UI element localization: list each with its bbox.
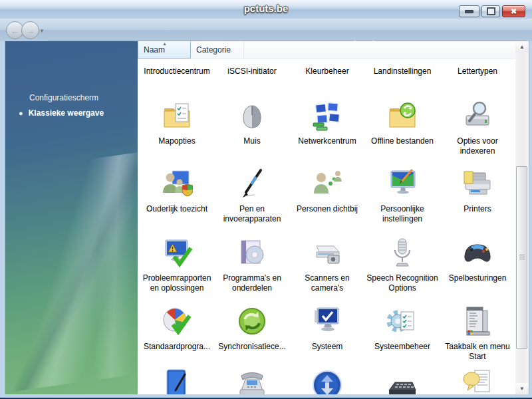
scroll-down-button[interactable]: ▼	[515, 383, 529, 394]
keyboard-icon	[386, 369, 418, 394]
control-panel-item[interactable]: Printers	[440, 168, 515, 214]
game-controllers-icon	[462, 237, 493, 269]
offline-files-icon	[386, 100, 418, 132]
control-panel-item[interactable]: Kleurbeheer	[290, 59, 365, 76]
control-panel-item[interactable]: Offline bestanden	[365, 100, 440, 146]
recent-pages-dropdown[interactable]: ▼	[39, 28, 45, 34]
control-panel-item[interactable]: Opties voor indexeren	[440, 100, 515, 156]
control-panel-item[interactable]: Persoonlijke instellingen	[365, 168, 440, 224]
control-panel-item[interactable]: Mapopties	[140, 100, 215, 146]
item-label: Speech Recognition Options	[365, 273, 440, 293]
title-bar[interactable]: pctuts.be ✖	[0, 0, 532, 19]
window-border-right	[529, 41, 532, 394]
control-panel-item[interactable]: Programma's en onderdelen	[215, 237, 290, 293]
icon-grid: IntroductiecentrumiSCSI-initiatorKleurbe…	[138, 59, 515, 394]
problem-reports-icon	[161, 237, 193, 269]
column-header-name[interactable]: ▲ Naam	[138, 41, 191, 59]
navigation-bar: ← → ▼ ▶ Configuratiescherm ▶ ▼	[0, 19, 532, 42]
control-panel-item[interactable]: Muis	[215, 100, 290, 146]
pen-input-icon	[236, 168, 268, 200]
control-panel-item[interactable]	[440, 369, 515, 394]
forward-arrow-icon: →	[26, 25, 35, 36]
iscsi-icon	[236, 59, 268, 62]
items-view: ▲ Naam Categorie IntroductiecentrumiSCSI…	[138, 41, 515, 394]
kleurbeheer-icon	[311, 59, 343, 62]
vertical-scrollbar[interactable]: ▲ ▼	[515, 41, 529, 394]
sort-ascending-icon: ▲	[162, 41, 167, 46]
programs-features-icon	[236, 237, 268, 269]
control-panel-item[interactable]: Synchronisatiece...	[215, 305, 290, 352]
maximize-button[interactable]	[481, 5, 500, 17]
scrollbar-thumb[interactable]	[516, 166, 527, 349]
control-panel-item[interactable]	[290, 369, 365, 394]
control-panel-item[interactable]: Probleemrapporten en oplossingen	[140, 237, 215, 293]
printers-icon	[462, 168, 493, 200]
item-label: Standaardprogra...	[140, 342, 214, 352]
tasks-sidebar: Configuratiescherm ●Klassieke weergave	[5, 41, 138, 394]
default-programs-icon	[161, 305, 193, 337]
item-label: Personen dichtbij	[290, 204, 364, 214]
item-label: Ouderlijk toezicht	[140, 204, 214, 214]
column-header-label: Naam	[144, 45, 165, 55]
sync-center-icon	[236, 305, 268, 337]
folder-options-icon	[161, 100, 193, 132]
control-panel-item[interactable]: Standaardprogra...	[140, 305, 215, 352]
control-panel-item[interactable]: Scanners en camera's	[290, 237, 365, 293]
item-label: Muis	[215, 136, 289, 146]
introductiecentrum-icon	[161, 59, 193, 62]
control-panel-item[interactable]: Landinstellingen	[365, 59, 440, 76]
scroll-down-icon: ▼	[519, 386, 525, 392]
control-panel-item[interactable]: Personen dichtbij	[290, 168, 365, 214]
item-label: Kleurbeheer	[290, 66, 364, 76]
control-panel-item[interactable]: Systeem	[290, 305, 365, 352]
control-panel-item[interactable]: Lettertypen	[440, 59, 515, 76]
personalization-icon	[386, 168, 418, 200]
control-panel-item[interactable]: Pen en invoerapparaten	[215, 168, 290, 224]
control-panel-item[interactable]: Introductiecentrum	[140, 59, 215, 76]
item-label: Mapopties	[140, 136, 214, 146]
lettertypen-icon	[462, 59, 493, 62]
item-label: Spelbesturingen	[440, 273, 515, 283]
scroll-up-button[interactable]: ▲	[515, 41, 529, 53]
control-panel-item[interactable]: Ouderlijk toezicht	[140, 168, 215, 214]
control-panel-item[interactable]: Spelbesturingen	[440, 237, 515, 283]
system-icon	[311, 305, 343, 337]
item-label: Programma's en onderdelen	[215, 273, 289, 293]
close-button[interactable]: ✖	[502, 5, 525, 17]
item-label: Offline bestanden	[365, 136, 440, 146]
item-label: Scanners en camera's	[290, 273, 364, 293]
control-panel-item[interactable]: iSCSI-initiator	[215, 59, 290, 76]
minimize-button[interactable]	[459, 5, 479, 17]
control-panel-item[interactable]: Taakbalk en menu Start	[440, 305, 515, 362]
back-arrow-icon: ←	[11, 25, 20, 36]
item-label: Persoonlijke instellingen	[365, 204, 440, 224]
control-panel-item[interactable]	[140, 369, 215, 394]
close-icon: ✖	[511, 8, 517, 15]
control-panel-item[interactable]: Netwerkcentrum	[290, 100, 365, 146]
item-label: Pen en invoerapparaten	[215, 204, 289, 224]
item-label: Systeem	[290, 342, 364, 352]
item-label: Netwerkcentrum	[290, 136, 364, 146]
control-panel-item[interactable]	[215, 369, 290, 394]
admin-tools-icon	[386, 305, 418, 337]
window-border-left	[0, 41, 5, 394]
column-headers: ▲ Naam Categorie	[138, 41, 515, 59]
control-panel-item[interactable]	[365, 369, 440, 394]
sidebar-item-classic-view[interactable]: ●Klassieke weergave	[19, 108, 104, 118]
control-panel-item[interactable]: Speech Recognition Options	[365, 237, 440, 293]
maximize-icon	[487, 7, 495, 15]
speech-recognition-icon	[386, 237, 418, 269]
item-label: Synchronisatiece...	[215, 342, 289, 352]
item-label: Landinstellingen	[365, 66, 440, 76]
item-label: Taakbalk en menu Start	[440, 342, 515, 362]
item-label: Probleemrapporten en oplossingen	[140, 273, 214, 293]
window-controls: ✖	[459, 5, 525, 17]
explorer-window: pctuts.be ✖ ← → ▼ ▶ Configuratiescherm ▶…	[0, 0, 532, 399]
network-center-icon	[311, 100, 343, 132]
landinstellingen-icon	[386, 59, 418, 62]
people-near-me-icon	[311, 168, 343, 200]
control-panel-item[interactable]: Systeembeheer	[365, 305, 440, 352]
forward-button[interactable]: →	[21, 21, 39, 39]
scroll-up-icon: ▲	[519, 44, 525, 50]
column-header-category[interactable]: Categorie	[191, 41, 244, 59]
